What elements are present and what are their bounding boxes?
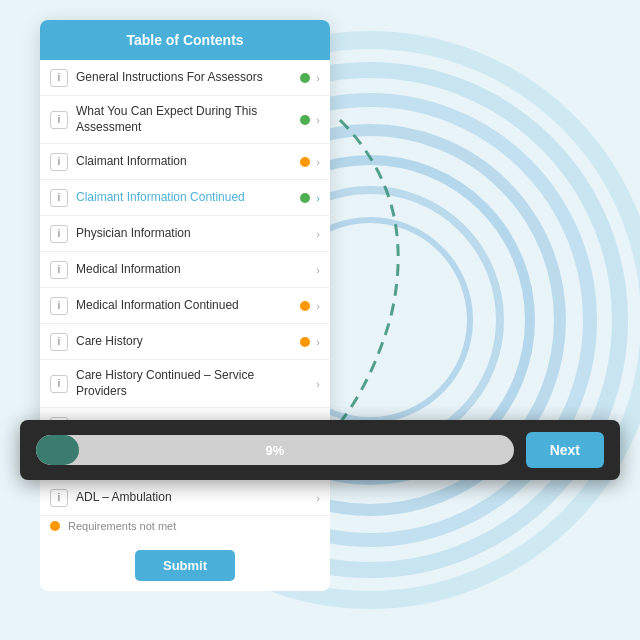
progress-label: 9% bbox=[265, 443, 284, 458]
status-dot bbox=[300, 115, 310, 125]
status-dot bbox=[300, 73, 310, 83]
submit-area: Submit bbox=[40, 540, 330, 591]
item-icon: i bbox=[50, 489, 68, 507]
item-icon: i bbox=[50, 261, 68, 279]
item-icon: i bbox=[50, 333, 68, 351]
progress-bar-container: 9% bbox=[36, 435, 514, 465]
status-dot bbox=[300, 301, 310, 311]
item-icon: i bbox=[50, 111, 68, 129]
item-icon: i bbox=[50, 297, 68, 315]
toc-item[interactable]: i Physician Information › bbox=[40, 216, 330, 252]
toc-item[interactable]: i Claimant Information › bbox=[40, 144, 330, 180]
progress-overlay: 9% Next bbox=[20, 420, 620, 480]
next-button[interactable]: Next bbox=[526, 432, 604, 468]
toc-item[interactable]: i Medical Information › bbox=[40, 252, 330, 288]
status-dot bbox=[300, 337, 310, 347]
toc-item[interactable]: i General Instructions For Assessors › bbox=[40, 60, 330, 96]
item-label: ADL – Ambulation bbox=[76, 490, 300, 506]
toc-item[interactable]: i Care History › bbox=[40, 324, 330, 360]
item-label: Care History Continued – Service Provide… bbox=[76, 368, 300, 399]
chevron-icon: › bbox=[316, 264, 320, 276]
item-icon: i bbox=[50, 69, 68, 87]
chevron-icon: › bbox=[316, 228, 320, 240]
toc-panel: Table of Contents i General Instructions… bbox=[40, 20, 330, 450]
bottom-section: i ADL – Ambulation › Requirements not me… bbox=[40, 480, 330, 591]
chevron-icon: › bbox=[316, 336, 320, 348]
chevron-icon: › bbox=[316, 378, 320, 390]
status-dot bbox=[300, 157, 310, 167]
item-label: Care History bbox=[76, 334, 300, 350]
item-label: Medical Information Continued bbox=[76, 298, 300, 314]
chevron-icon: › bbox=[316, 156, 320, 168]
item-icon: i bbox=[50, 153, 68, 171]
item-icon: i bbox=[50, 189, 68, 207]
req-label: Requirements not met bbox=[68, 520, 176, 532]
chevron-icon: › bbox=[316, 300, 320, 312]
bottom-toc-item[interactable]: i ADL – Ambulation › bbox=[40, 480, 330, 516]
requirements-not-met: Requirements not met bbox=[40, 516, 330, 540]
chevron-icon: › bbox=[316, 192, 320, 204]
req-dot bbox=[50, 521, 60, 531]
toc-header: Table of Contents bbox=[40, 20, 330, 60]
item-icon: i bbox=[50, 225, 68, 243]
item-label: General Instructions For Assessors bbox=[76, 70, 300, 86]
progress-bar-fill bbox=[36, 435, 79, 465]
toc-item[interactable]: i Claimant Information Continued › bbox=[40, 180, 330, 216]
submit-button[interactable]: Submit bbox=[135, 550, 235, 581]
toc-list: i General Instructions For Assessors › i… bbox=[40, 60, 330, 450]
item-label: Claimant Information bbox=[76, 154, 300, 170]
chevron-icon: › bbox=[316, 492, 320, 504]
item-label: What You Can Expect During This Assessme… bbox=[76, 104, 300, 135]
chevron-icon: › bbox=[316, 114, 320, 126]
chevron-icon: › bbox=[316, 72, 320, 84]
toc-item[interactable]: i Medical Information Continued › bbox=[40, 288, 330, 324]
item-label: Claimant Information Continued bbox=[76, 190, 300, 206]
item-icon: i bbox=[50, 375, 68, 393]
toc-title: Table of Contents bbox=[126, 32, 243, 48]
status-dot bbox=[300, 193, 310, 203]
item-label: Physician Information bbox=[76, 226, 300, 242]
toc-item[interactable]: i Care History Continued – Service Provi… bbox=[40, 360, 330, 408]
toc-item[interactable]: i What You Can Expect During This Assess… bbox=[40, 96, 330, 144]
item-label: Medical Information bbox=[76, 262, 300, 278]
